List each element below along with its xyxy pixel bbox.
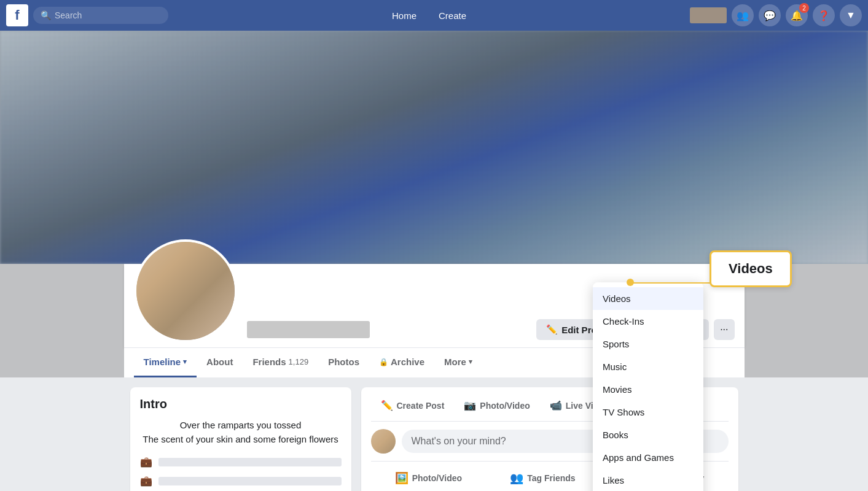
videos-callout-box: Videos (710, 250, 792, 287)
friends-icon-btn[interactable]: 👥 (732, 4, 754, 26)
tab-photos[interactable]: Photos (318, 348, 369, 377)
dropdown-item-likes[interactable]: Likes (593, 469, 703, 491)
tab-timeline[interactable]: Timeline ▾ (134, 348, 197, 377)
nav-right: 👥 💬 🔔 2 ❓ ▼ (690, 4, 862, 26)
notification-badge: 2 (799, 3, 809, 13)
photo-icon: 🖼️ (395, 471, 409, 485)
create-link[interactable]: Create (434, 8, 471, 23)
intro-item-1: 💼 (140, 456, 342, 468)
tab-archive[interactable]: 🔒 Archive (369, 348, 434, 377)
messenger-icon-btn[interactable]: 💬 (759, 4, 781, 26)
camera-icon-tab: 📷 (464, 400, 476, 411)
main-wrapper: ✏️ Edit Profile ☰ Activity Log ··· Timel… (0, 0, 868, 491)
tag-friends-action[interactable]: 👥 Tag Friends (502, 466, 582, 490)
photo-video-action-label: Photo/Video (412, 473, 462, 483)
account-menu-btn[interactable]: ▼ (840, 4, 862, 26)
intro-text: Over the ramparts you tossedThe scent of… (140, 419, 342, 446)
pencil-icon-tab: ✏️ (381, 400, 393, 411)
profile-avatar[interactable] (134, 239, 237, 342)
dropdown-item-music[interactable]: Music (593, 355, 703, 378)
intro-title: Intro (140, 397, 342, 411)
tab-friends-label: Friends (252, 357, 286, 367)
facebook-logo[interactable]: f (6, 4, 28, 26)
friends-count-badge: 1,129 (289, 357, 309, 366)
intro-item-2: 💼 (140, 475, 342, 487)
nav-center: Home Create (387, 8, 471, 23)
photo-video-tab[interactable]: 📷 Photo/Video (454, 395, 539, 416)
profile-name-area (247, 321, 527, 347)
cover-section: ✏️ Edit Profile ☰ Activity Log ··· Timel… (0, 31, 868, 377)
tab-timeline-label: Timeline (144, 357, 181, 367)
video-icon-tab: 📹 (550, 400, 562, 411)
dropdown-item-apps[interactable]: Apps and Games (593, 446, 703, 469)
create-post-label: Create Post (397, 401, 445, 411)
tab-friends[interactable]: Friends 1,129 (243, 348, 318, 377)
work-icon: 💼 (140, 456, 152, 468)
dropdown-item-movies[interactable]: Movies (593, 378, 703, 401)
tab-more-label: More (444, 357, 466, 367)
chevron-down-icon-more: ▾ (469, 358, 472, 366)
chevron-down-icon: ▾ (183, 358, 187, 366)
dropdown-item-checkins[interactable]: Check-Ins (593, 310, 703, 333)
dropdown-item-videos[interactable]: Videos (593, 287, 703, 310)
dropdown-item-sports[interactable]: Sports (593, 333, 703, 355)
photo-video-action[interactable]: 🖼️ Photo/Video (388, 466, 469, 490)
tab-about[interactable]: About (197, 348, 243, 377)
notifications-icon-btn[interactable]: 🔔 2 (786, 4, 808, 26)
more-dropdown: Videos Check-Ins Sports Music Movies TV … (593, 282, 703, 491)
callout-line (633, 282, 713, 284)
search-bar[interactable]: 🔍 (33, 7, 168, 24)
account-avatar[interactable] (690, 7, 727, 23)
work-blurred-2 (158, 477, 342, 485)
search-input[interactable] (55, 10, 147, 20)
tab-photos-label: Photos (328, 357, 359, 367)
cover-overlay (0, 31, 868, 264)
tab-more[interactable]: More ▾ (434, 348, 482, 377)
sidebar: Intro Over the ramparts you tossedThe sc… (130, 387, 351, 491)
help-icon-btn[interactable]: ❓ (813, 4, 835, 26)
dropdown-item-books[interactable]: Books (593, 423, 703, 446)
post-user-avatar (371, 429, 396, 454)
dots-icon: ··· (720, 324, 728, 334)
top-navigation: f 🔍 Home Create 👥 💬 🔔 2 ❓ ▼ (0, 0, 868, 31)
home-link[interactable]: Home (387, 8, 421, 23)
tab-about-label: About (206, 357, 233, 367)
create-post-tab[interactable]: ✏️ Create Post (371, 395, 455, 416)
pencil-icon: ✏️ (546, 324, 558, 335)
tag-icon: 👥 (510, 471, 523, 485)
callout-dot (627, 279, 634, 286)
work-icon-2: 💼 (140, 475, 152, 487)
cover-photo (0, 31, 868, 264)
nav-left: f 🔍 (6, 4, 168, 26)
more-dots-button[interactable]: ··· (714, 319, 734, 340)
lock-icon: 🔒 (379, 358, 388, 366)
avatar-image (136, 242, 235, 340)
search-icon: 🔍 (41, 10, 51, 20)
work-blurred-1 (158, 458, 342, 466)
intro-card: Intro Over the ramparts you tossedThe sc… (130, 387, 351, 491)
profile-avatar-wrap (134, 239, 237, 342)
tag-friends-label: Tag Friends (527, 473, 575, 483)
dropdown-item-tvshows[interactable]: TV Shows (593, 401, 703, 423)
profile-name-blurred (247, 321, 370, 338)
photo-video-label: Photo/Video (480, 401, 530, 411)
tab-archive-label: Archive (391, 357, 424, 367)
